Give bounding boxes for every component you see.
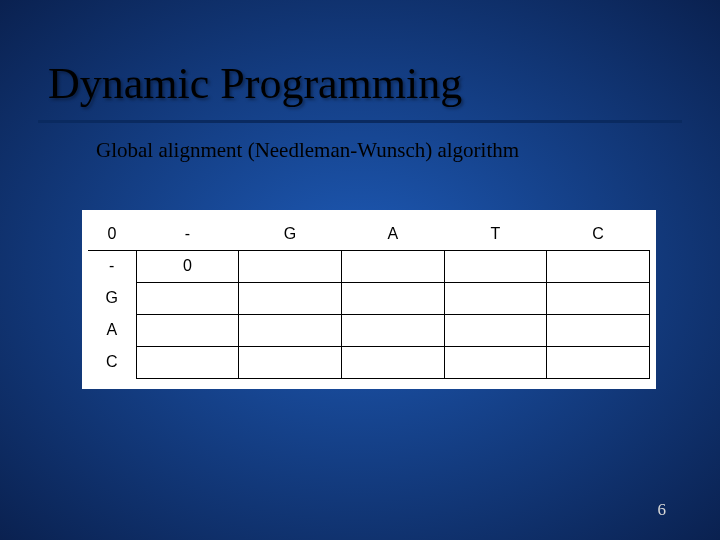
table-cell <box>444 250 547 282</box>
table-cell <box>444 282 547 314</box>
slide-title: Dynamic Programming <box>48 58 462 109</box>
dp-table: 0 - G A T C - 0 G <box>88 218 650 379</box>
table-cell <box>547 314 650 346</box>
table-cell <box>341 314 444 346</box>
table-cell <box>136 346 239 378</box>
col-header: C <box>547 218 650 250</box>
table-header-row: 0 - G A T C <box>88 218 650 250</box>
slide-subtitle: Global alignment (Needleman-Wunsch) algo… <box>96 138 519 163</box>
table-row: G <box>88 282 650 314</box>
col-header: A <box>341 218 444 250</box>
table-cell <box>239 314 342 346</box>
page-number: 6 <box>658 500 667 520</box>
row-header: A <box>88 314 136 346</box>
slide: Dynamic Programming Global alignment (Ne… <box>0 0 720 540</box>
table-row: A <box>88 314 650 346</box>
title-underline <box>38 120 682 123</box>
col-header: - <box>136 218 239 250</box>
table-cell <box>547 282 650 314</box>
dp-table-container: 0 - G A T C - 0 G <box>82 210 656 389</box>
col-header: G <box>239 218 342 250</box>
table-cell: 0 <box>136 250 239 282</box>
table-cell <box>444 346 547 378</box>
table-cell <box>239 250 342 282</box>
table-cell <box>341 250 444 282</box>
table-cell <box>136 282 239 314</box>
table-cell <box>444 314 547 346</box>
table-cell <box>239 346 342 378</box>
row-header: - <box>88 250 136 282</box>
table-cell <box>136 314 239 346</box>
table-row: C <box>88 346 650 378</box>
table-cell <box>341 282 444 314</box>
table-cell <box>239 282 342 314</box>
col-header: T <box>444 218 547 250</box>
table-cell <box>547 346 650 378</box>
table-cell <box>547 250 650 282</box>
table-cell <box>341 346 444 378</box>
col-header: 0 <box>88 218 136 250</box>
table-row: - 0 <box>88 250 650 282</box>
row-header: C <box>88 346 136 378</box>
row-header: G <box>88 282 136 314</box>
